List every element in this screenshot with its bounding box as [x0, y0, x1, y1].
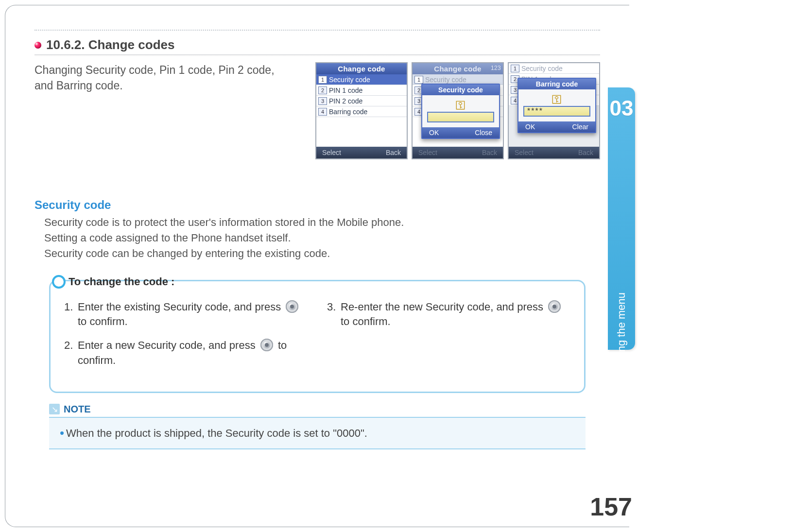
ok-button[interactable]: OK	[525, 123, 535, 131]
section-title: 10.6.2. Change codes	[46, 37, 174, 52]
list-item-label: Security code	[425, 76, 466, 84]
intro-text: Changing Security code, Pin 1 code, Pin …	[34, 62, 296, 93]
list-item[interactable]: 3PIN 2 code	[316, 96, 407, 106]
step-text-post: to confirm.	[78, 315, 128, 327]
phone-screen-1: Change code 1Security code 2PIN 1 code 3…	[315, 62, 408, 159]
steps-box: 1. Enter the existing Security code, and…	[49, 280, 586, 393]
section-heading-row: 10.6.2. Change codes	[34, 37, 600, 52]
step-item: 2. Enter a new Security code, and press …	[64, 338, 308, 368]
step-text: Enter a new Security code, and press to …	[78, 338, 308, 368]
clear-button[interactable]: Clear	[572, 123, 588, 131]
step-number: 3.	[327, 300, 341, 330]
dialog-body: ⚿	[422, 95, 499, 127]
softkey-bar: Select Back	[316, 147, 407, 158]
subsection-line: Security code is to protect the user's i…	[44, 215, 600, 230]
phone-list: 1Security code 2PIN 1 code 3PIN 2 code 4…	[316, 74, 407, 147]
softkey-left[interactable]: Select	[322, 149, 341, 156]
steps-section: To change the code : 1. Enter the existi…	[49, 275, 586, 393]
softkey-left: Select	[418, 149, 437, 156]
input-mode-indicator: 123	[491, 65, 501, 71]
steps-header: To change the code :	[52, 275, 586, 289]
steps-column-2: 3. Re-enter the new Security code, and p…	[327, 300, 570, 377]
step-text: Enter the existing Security code, and pr…	[78, 300, 308, 330]
step-text-pre: Enter the existing Security code, and pr…	[78, 301, 284, 313]
dialog-softkeys: OK Close	[422, 127, 499, 138]
phone-screens: Change code 1Security code 2PIN 1 code 3…	[315, 62, 600, 159]
ok-button-icon	[260, 339, 273, 351]
softkey-left: Select	[515, 149, 534, 156]
dialog-body: ⚿ ****	[518, 89, 595, 121]
note-header: ↘ NOTE	[49, 404, 586, 418]
list-item[interactable]: 1Security code	[316, 74, 407, 85]
chapter-number: 03	[610, 96, 634, 120]
note-label: NOTE	[64, 404, 91, 415]
phone-title: Change code	[316, 63, 407, 74]
step-number: 2.	[64, 338, 78, 368]
list-item: 1Security code	[509, 63, 599, 74]
steps-column-1: 1. Enter the existing Security code, and…	[64, 300, 308, 377]
list-item-label: PIN 1 code	[329, 86, 362, 94]
bullet-icon	[34, 42, 41, 49]
phone-screen-3: 1Security code 2PIN 1 code 3 4 Select Ba…	[508, 62, 600, 159]
subsection-line: Setting a code assigned to the Phone han…	[44, 230, 600, 246]
chapter-tab: 03 Using the menu	[608, 87, 635, 350]
step-text-pre: Re-enter the new Security code, and pres…	[341, 301, 546, 313]
note-text: When the product is shipped, the Securit…	[66, 427, 367, 439]
step-text: Re-enter the new Security code, and pres…	[341, 300, 570, 330]
note-body: •When the product is shipped, the Securi…	[49, 418, 586, 449]
step-number: 1.	[64, 300, 78, 330]
dialog-title: Barring code	[518, 79, 595, 89]
note-section: ↘ NOTE •When the product is shipped, the…	[49, 404, 586, 449]
phone-title: Change code 123	[413, 63, 503, 74]
steps-label: To change the code :	[69, 275, 174, 288]
dialog-barring-code: Barring code ⚿ **** OK Clear	[517, 78, 596, 133]
bullet-dot-icon: •	[60, 426, 64, 440]
dialog-title: Security code	[422, 85, 499, 95]
close-button[interactable]: Close	[475, 129, 492, 137]
chapter-label: Using the menu	[615, 292, 628, 367]
softkey-bar: Select Back	[509, 147, 599, 158]
softkey-right[interactable]: Back	[386, 149, 401, 156]
phone-screen-2: Change code 123 1Security code 2PIN 1 co…	[412, 62, 504, 159]
ok-button[interactable]: OK	[429, 129, 439, 137]
subsection-heading: Security code	[34, 198, 600, 212]
step-item: 1. Enter the existing Security code, and…	[64, 300, 308, 330]
list-item-label: Security code	[329, 76, 370, 84]
list-item-label: PIN 2 code	[329, 97, 362, 105]
softkey-right: Back	[578, 149, 593, 156]
list-item[interactable]: 2PIN 1 code	[316, 85, 407, 96]
step-text-pre: Enter a new Security code, and press	[78, 339, 259, 351]
ok-button-icon	[286, 300, 298, 313]
ring-icon	[52, 275, 66, 289]
subsection-line: Security code can be changed by entering…	[44, 246, 600, 261]
key-icon: ⚿	[523, 93, 590, 106]
softkey-bar: Select Back	[413, 147, 503, 158]
note-arrow-icon: ↘	[49, 404, 60, 414]
step-text-post: to confirm.	[341, 315, 391, 327]
ok-button-icon	[548, 300, 561, 313]
content-area: 10.6.2. Change codes Changing Security c…	[5, 30, 629, 449]
dialog-security-code: Security code ⚿ OK Close	[421, 84, 500, 139]
page-frame: 10.6.2. Change codes Changing Security c…	[5, 5, 629, 527]
divider-dotted	[34, 30, 600, 31]
divider-thin	[34, 54, 600, 56]
code-input[interactable]	[427, 112, 494, 122]
step-item: 3. Re-enter the new Security code, and p…	[327, 300, 570, 330]
intro-row: Changing Security code, Pin 1 code, Pin …	[34, 62, 600, 159]
phone-title-text: Change code	[434, 65, 481, 73]
softkey-right: Back	[482, 149, 497, 156]
key-icon: ⚿	[427, 99, 494, 112]
list-item-label: Security code	[521, 65, 563, 72]
list-item[interactable]: 4Barring code	[316, 106, 407, 117]
code-input[interactable]: ****	[523, 106, 590, 117]
page-number: 157	[590, 492, 632, 521]
subsection-body: Security code is to protect the user's i…	[44, 215, 600, 261]
list-item-label: Barring code	[329, 108, 367, 116]
phone-title-text: Change code	[338, 65, 385, 73]
dialog-softkeys: OK Clear	[518, 121, 595, 132]
